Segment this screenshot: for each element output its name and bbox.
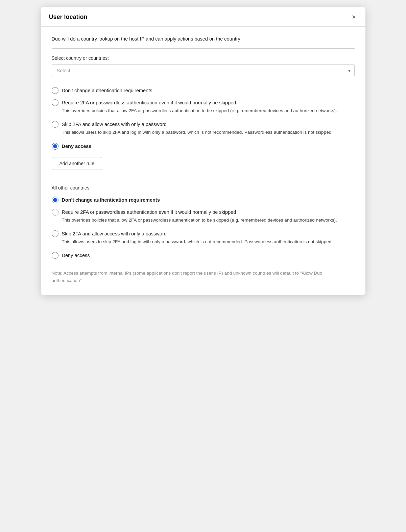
top-divider <box>52 48 355 49</box>
modal-title: User location <box>49 14 88 21</box>
radio-label-3: Skip 2FA and allow access with only a pa… <box>62 122 167 127</box>
all-other-label: All other countries <box>52 185 355 191</box>
radio-label-5: Don't change authentication requirements <box>62 197 160 203</box>
radio-row-1: Don't change authentication requirements <box>52 84 355 95</box>
radio-dont-change-other[interactable] <box>52 197 58 203</box>
radio-row-4: Deny access <box>52 140 355 151</box>
first-rule-radio-group: Don't change authentication requirements… <box>52 84 355 152</box>
radio-row-2: Require 2FA or passwordless authenticati… <box>52 97 355 107</box>
radio-row-7: Skip 2FA and allow access with only a pa… <box>52 228 355 238</box>
modal-header: User location × <box>41 7 365 27</box>
radio-dont-change[interactable] <box>52 87 58 94</box>
radio-item-4: Deny access <box>52 140 355 151</box>
radio-row-3: Skip 2FA and allow access with only a pa… <box>52 118 355 129</box>
radio-require-2fa-other[interactable] <box>52 209 58 216</box>
radio-hint-3: This allows users to skip 2FA and log in… <box>62 129 355 136</box>
all-other-radio-group: Don't change authentication requirements… <box>52 194 355 262</box>
radio-skip-2fa[interactable] <box>52 121 58 128</box>
note-text: Note: Access attempts from internal IPs … <box>52 270 355 284</box>
radio-hint-2: This overrides policies that allow 2FA o… <box>62 107 355 114</box>
radio-label-1: Don't change authentication requirements <box>62 88 152 93</box>
radio-item-3: Skip 2FA and allow access with only a pa… <box>52 118 355 138</box>
radio-row-6: Require 2FA or passwordless authenticati… <box>52 206 355 217</box>
radio-row-5: Don't change authentication requirements <box>52 194 355 205</box>
radio-hint-7: This allows users to skip 2FA and log in… <box>62 238 355 245</box>
add-rule-button[interactable]: Add another rule <box>52 157 102 170</box>
radio-label-6: Require 2FA or passwordless authenticati… <box>62 209 236 215</box>
radio-require-2fa[interactable] <box>52 99 58 106</box>
radio-item-1: Don't change authentication requirements <box>52 84 355 95</box>
radio-label-4: Deny access <box>62 144 92 149</box>
description-text: Duo will do a country lookup on the host… <box>52 36 355 42</box>
select-label: Select country or countries: <box>52 55 355 61</box>
user-location-modal: User location × Duo will do a country lo… <box>41 7 365 295</box>
radio-item-5: Don't change authentication requirements <box>52 194 355 205</box>
radio-skip-2fa-other[interactable] <box>52 230 58 237</box>
radio-deny-access-other[interactable] <box>52 252 58 259</box>
section-separator <box>52 178 355 178</box>
modal-body: Duo will do a country lookup on the host… <box>41 27 365 295</box>
close-button[interactable]: × <box>351 13 357 21</box>
radio-row-8: Deny access <box>52 249 355 260</box>
radio-label-8: Deny access <box>62 253 90 258</box>
radio-item-6: Require 2FA or passwordless authenticati… <box>52 206 355 226</box>
country-select-wrapper: Select... ▾ <box>52 64 355 77</box>
radio-hint-6: This overrides policies that allow 2FA o… <box>62 217 355 224</box>
radio-deny-access[interactable] <box>52 143 58 150</box>
radio-label-2: Require 2FA or passwordless authenticati… <box>62 100 236 105</box>
radio-item-7: Skip 2FA and allow access with only a pa… <box>52 228 355 248</box>
country-select[interactable]: Select... <box>52 64 355 77</box>
radio-item-8: Deny access <box>52 249 355 260</box>
radio-item-2: Require 2FA or passwordless authenticati… <box>52 97 355 117</box>
radio-label-7: Skip 2FA and allow access with only a pa… <box>62 231 167 236</box>
